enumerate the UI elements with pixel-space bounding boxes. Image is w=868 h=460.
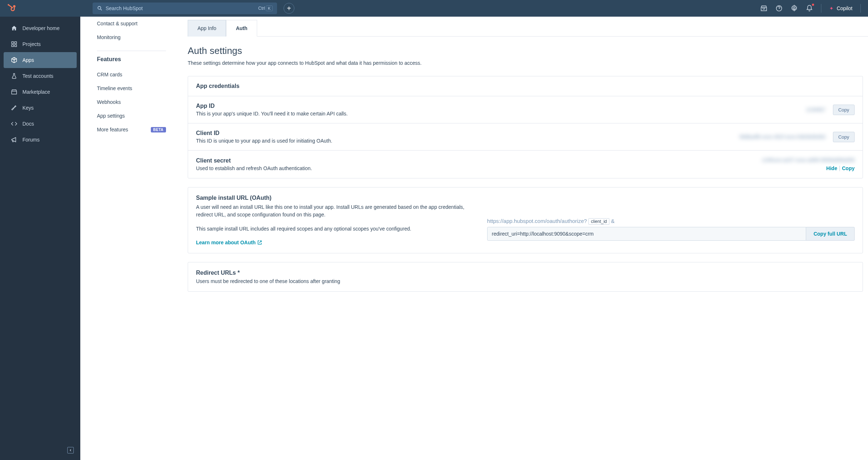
- sidebar-item-label: Docs: [22, 121, 34, 127]
- search-bar[interactable]: Ctrl K: [93, 3, 277, 14]
- beta-badge: BETA: [151, 127, 166, 132]
- sparkle-icon: ✦: [829, 5, 834, 11]
- sidebar-item-label: Projects: [22, 41, 41, 47]
- sidebar-item-label: Keys: [22, 105, 34, 111]
- install-desc-2: This sample install URL includes all req…: [196, 225, 473, 233]
- gear-icon[interactable]: [791, 5, 798, 12]
- svg-line-1: [8, 5, 13, 8]
- tab-app-info[interactable]: App Info: [188, 20, 226, 37]
- hubspot-logo[interactable]: [7, 4, 17, 13]
- credentials-header: App credentials: [188, 76, 863, 96]
- marketplace-icon[interactable]: [760, 5, 767, 12]
- sidebar-item-docs[interactable]: Docs: [4, 116, 77, 132]
- sidebar-item-label: Forums: [22, 137, 39, 143]
- inner-item-app-settings[interactable]: App settings: [97, 109, 166, 123]
- client-secret-desc: Used to establish and refresh OAuth auth…: [196, 165, 762, 171]
- code-icon: [11, 121, 17, 127]
- megaphone-icon: [11, 136, 17, 143]
- app-id-row: App ID This is your app's unique ID. You…: [188, 96, 863, 123]
- credentials-panel: App credentials App ID This is your app'…: [188, 76, 863, 178]
- divider: [821, 4, 821, 13]
- home-icon: [11, 25, 17, 31]
- sidebar-item-test-accounts[interactable]: Test accounts: [4, 68, 77, 84]
- features-section-title: Features: [97, 51, 166, 68]
- url-preview: https://app.hubspot.com/oauth/authorize?…: [487, 218, 855, 224]
- grid-icon: [11, 41, 17, 47]
- client-id-desc: This ID is unique to your app and is use…: [196, 138, 739, 144]
- inner-item-contact[interactable]: Contact & support: [97, 17, 166, 30]
- sidebar-item-label: Apps: [22, 57, 34, 63]
- svg-point-6: [793, 8, 795, 9]
- search-input[interactable]: [106, 5, 258, 11]
- client-id-row: Client ID This ID is unique to your app …: [188, 123, 863, 151]
- sidebar-item-label: Test accounts: [22, 73, 54, 79]
- svg-point-2: [8, 4, 9, 5]
- app-id-title: App ID: [196, 103, 806, 109]
- client-secret-row: Client secret Used to establish and refr…: [188, 151, 863, 178]
- settings-nav: Contact & support Monitoring Features CR…: [80, 17, 183, 460]
- page-title: Auth settings: [188, 45, 863, 56]
- sidebar-item-developer-home[interactable]: Developer home: [4, 20, 77, 36]
- app-id-value: 1234567: [806, 107, 826, 113]
- svg-point-0: [13, 5, 16, 7]
- sidebar-item-forums[interactable]: Forums: [4, 132, 77, 148]
- inner-item-more-features[interactable]: More features BETA: [97, 123, 166, 136]
- divider: [860, 4, 861, 13]
- redirect-panel: Redirect URLs * Users must be redirected…: [188, 262, 863, 292]
- tab-auth[interactable]: Auth: [226, 20, 257, 37]
- box-icon: [11, 57, 17, 63]
- wrench-icon: [11, 105, 17, 111]
- page-subtitle: These settings determine how your app co…: [188, 60, 863, 66]
- client-id-chip: client_id: [588, 218, 609, 225]
- svg-rect-8: [15, 42, 17, 43]
- store-icon: [11, 89, 17, 95]
- create-button[interactable]: +: [284, 3, 294, 14]
- redirect-title: Redirect URLs *: [196, 270, 855, 276]
- sidebar: Developer home Projects Apps Test accoun…: [0, 17, 80, 460]
- copy-secret-button[interactable]: Copy: [842, 165, 855, 171]
- svg-rect-7: [12, 42, 13, 43]
- help-icon[interactable]: [775, 5, 783, 12]
- sidebar-item-label: Developer home: [22, 25, 60, 31]
- svg-line-4: [101, 9, 102, 10]
- notifications-icon[interactable]: [806, 5, 813, 12]
- inner-item-monitoring[interactable]: Monitoring: [97, 30, 166, 44]
- sidebar-item-projects[interactable]: Projects: [4, 36, 77, 52]
- app-id-desc: This is your app's unique ID. You'll nee…: [196, 111, 806, 117]
- client-secret-value: c24fxxxx-ac57-xxxx-a999-9999a999a999: [762, 157, 855, 163]
- copy-full-url-button[interactable]: Copy full URL: [806, 227, 855, 241]
- notification-badge: [811, 3, 815, 7]
- main-content: App Info Auth Auth settings These settin…: [183, 17, 868, 460]
- client-id-title: Client ID: [196, 130, 739, 136]
- inner-item-timeline[interactable]: Timeline events: [97, 81, 166, 95]
- flask-icon: [11, 73, 17, 79]
- install-title: Sample install URL (OAuth): [196, 195, 855, 201]
- sidebar-item-marketplace[interactable]: Marketplace: [4, 84, 77, 100]
- copy-client-id-button[interactable]: Copy: [833, 132, 855, 142]
- sidebar-item-apps[interactable]: Apps: [4, 52, 77, 68]
- hide-secret-button[interactable]: Hide: [826, 165, 837, 171]
- sidebar-item-label: Marketplace: [22, 89, 50, 95]
- external-link-icon: [257, 240, 262, 245]
- redirect-desc: Users must be redirected to one of these…: [196, 278, 855, 284]
- install-desc-1: A user will need an install URL like thi…: [196, 203, 473, 219]
- inner-item-crm-cards[interactable]: CRM cards: [97, 68, 166, 81]
- copy-app-id-button[interactable]: Copy: [833, 105, 855, 115]
- svg-point-3: [98, 7, 101, 9]
- svg-rect-10: [15, 45, 17, 47]
- learn-more-link[interactable]: Learn more about OAuth: [196, 240, 262, 245]
- client-secret-title: Client secret: [196, 157, 762, 164]
- sidebar-item-keys[interactable]: Keys: [4, 100, 77, 116]
- tabs: App Info Auth: [188, 20, 868, 37]
- search-shortcut: Ctrl K: [258, 5, 273, 11]
- more-features-label: More features: [97, 127, 128, 132]
- collapse-sidebar-button[interactable]: [67, 447, 74, 453]
- chevron-left-icon: [69, 448, 72, 452]
- install-url-input[interactable]: redirect_uri=http://localhost:9090&scope…: [487, 227, 807, 241]
- topbar: Ctrl K + ✦ Copilot: [0, 0, 868, 17]
- inner-item-webhooks[interactable]: Webhooks: [97, 95, 166, 109]
- install-url-panel: Sample install URL (OAuth) A user will n…: [188, 187, 863, 253]
- svg-rect-9: [12, 45, 13, 47]
- copilot-button[interactable]: ✦ Copilot: [829, 5, 852, 11]
- search-icon: [97, 5, 103, 11]
